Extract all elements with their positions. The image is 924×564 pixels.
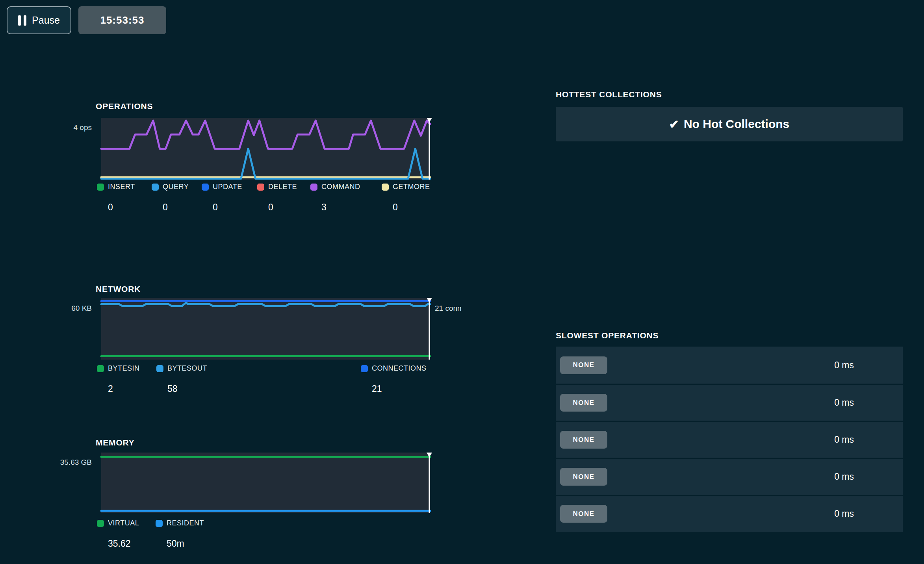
operations-series-query [101, 149, 430, 179]
no-hot-collections-banner: ✔ No Hot Collections [556, 107, 903, 141]
network-series-bytesout [101, 303, 430, 306]
operation-none-badge: NONE [560, 431, 607, 449]
operations-chart-svg [101, 118, 430, 180]
slowest-operations-title: SLOWEST OPERATIONS [556, 331, 659, 340]
legend-item-resident: RESIDENT50m [156, 519, 204, 549]
memory-chart-svg [101, 453, 430, 513]
slow-operation-row: NONE0 ms [556, 384, 903, 421]
legend-value: 0 [163, 202, 202, 213]
network-title: NETWORK [96, 284, 141, 294]
legend-label: GETMORE [393, 183, 430, 191]
performance-dashboard: Pause 15:53:53 OPERATIONS 4 ops INSERT0Q… [0, 0, 924, 564]
pause-button[interactable]: Pause [7, 6, 71, 34]
bytesout-swatch-icon [156, 365, 163, 372]
legend-item-bytesout: BYTESOUT58 [156, 364, 361, 394]
network-chart[interactable] [101, 298, 430, 360]
legend-label: BYTESIN [108, 364, 140, 373]
bytesin-swatch-icon [97, 365, 104, 372]
query-swatch-icon [152, 184, 159, 191]
legend-label: RESIDENT [167, 519, 204, 527]
slow-operation-row: NONE0 ms [556, 495, 903, 532]
legend-value: 50m [167, 538, 204, 549]
legend-value: 35.62 [108, 538, 156, 549]
legend-label: UPDATE [213, 183, 242, 191]
pause-icon [18, 15, 26, 26]
legend-value: 21 [372, 384, 427, 394]
network-connections-label: 21 conn [435, 304, 462, 313]
legend-item-command: COMMAND3 [310, 183, 382, 213]
legend-value: 0 [213, 202, 257, 213]
pause-button-label: Pause [32, 15, 60, 26]
clock-time: 15:53:53 [100, 14, 144, 26]
command-swatch-icon [310, 184, 317, 191]
operations-title: OPERATIONS [96, 102, 153, 111]
legend-item-update: UPDATE0 [202, 183, 257, 213]
operation-duration: 0 ms [834, 434, 854, 445]
update-swatch-icon [202, 184, 209, 191]
memory-title: MEMORY [96, 438, 135, 447]
legend-label: QUERY [163, 183, 189, 191]
legend-item-getmore: GETMORE0 [382, 183, 430, 213]
hottest-collections-title: HOTTEST COLLECTIONS [556, 90, 662, 99]
legend-item-delete: DELETE0 [257, 183, 310, 213]
check-icon: ✔ [669, 117, 679, 131]
getmore-swatch-icon [382, 184, 389, 191]
no-hot-collections-text: No Hot Collections [684, 117, 789, 131]
legend-value: 0 [108, 202, 152, 213]
operations-chart[interactable] [101, 118, 430, 180]
network-axis-label: 60 KB [16, 304, 92, 313]
clock-display: 15:53:53 [78, 6, 166, 34]
legend-value: 0 [393, 202, 430, 213]
slow-operation-row: NONE0 ms [556, 421, 903, 458]
legend-value: 2 [108, 384, 156, 394]
delete-swatch-icon [257, 184, 264, 191]
operation-none-badge: NONE [560, 468, 607, 486]
memory-legend: VIRTUAL35.62RESIDENT50m [97, 519, 204, 549]
connections-swatch-icon [361, 365, 368, 372]
legend-item-bytesin: BYTESIN2 [97, 364, 156, 394]
operation-duration: 0 ms [834, 360, 854, 371]
resident-swatch-icon [156, 520, 163, 527]
operation-none-badge: NONE [560, 505, 607, 523]
legend-value: 0 [268, 202, 310, 213]
legend-value: 3 [321, 202, 382, 213]
legend-label: DELETE [268, 183, 297, 191]
network-chart-svg [101, 298, 430, 360]
legend-label: BYTESOUT [167, 364, 207, 373]
slow-operation-row: NONE0 ms [556, 458, 903, 495]
operations-axis-label: 4 ops [16, 123, 92, 132]
slow-operation-row: NONE0 ms [556, 347, 903, 384]
operations-legend: INSERT0QUERY0UPDATE0DELETE0COMMAND3GETMO… [97, 183, 430, 213]
memory-axis-label: 35.63 GB [16, 458, 92, 467]
operation-none-badge: NONE [560, 394, 607, 412]
legend-item-query: QUERY0 [152, 183, 202, 213]
operation-none-badge: NONE [560, 356, 607, 374]
legend-label: VIRTUAL [108, 519, 139, 527]
legend-item-virtual: VIRTUAL35.62 [97, 519, 156, 549]
insert-swatch-icon [97, 184, 104, 191]
legend-item-connections: CONNECTIONS21 [361, 364, 427, 394]
network-legend: BYTESIN2BYTESOUT58CONNECTIONS21 [97, 364, 427, 394]
legend-label: INSERT [108, 183, 135, 191]
legend-label: COMMAND [321, 183, 360, 191]
virtual-swatch-icon [97, 520, 104, 527]
legend-label: CONNECTIONS [372, 364, 427, 373]
legend-value: 58 [167, 384, 361, 394]
slowest-operations-list: NONE0 msNONE0 msNONE0 msNONE0 msNONE0 ms [556, 347, 903, 532]
legend-item-insert: INSERT0 [97, 183, 152, 213]
operations-series-command [101, 121, 430, 148]
operation-duration: 0 ms [834, 397, 854, 408]
operation-duration: 0 ms [834, 508, 854, 519]
operation-duration: 0 ms [834, 471, 854, 482]
memory-chart[interactable] [101, 453, 430, 513]
